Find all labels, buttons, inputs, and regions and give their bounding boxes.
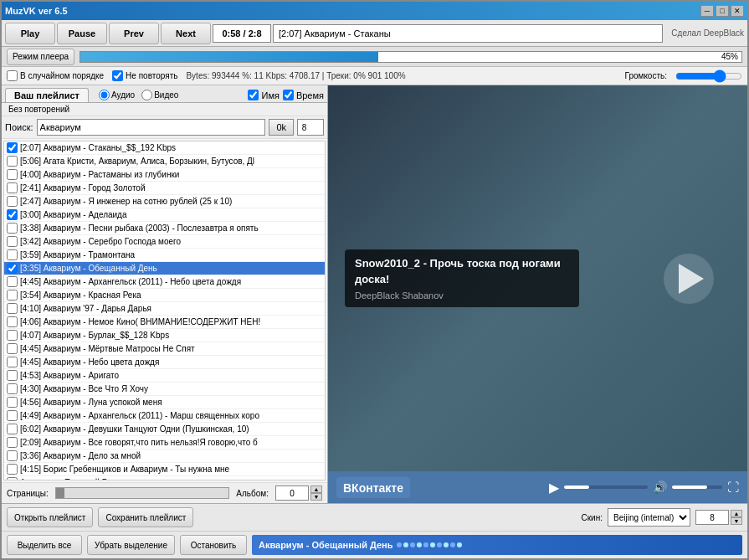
item-checkbox[interactable] (7, 330, 18, 341)
select-all-button[interactable]: Выделить все (7, 535, 82, 555)
list-item[interactable]: [3:36] Аквариум - Дело за мной (4, 450, 325, 463)
progress-bar[interactable]: 45% (80, 51, 742, 63)
item-checkbox[interactable] (7, 383, 18, 394)
list-item[interactable]: [4:10] Аквариум '97 - Дарья Дарья (4, 302, 325, 316)
album-down-button[interactable]: ▼ (310, 493, 322, 501)
list-item[interactable]: [3:59] Аквариум - Трамонтана (4, 249, 325, 262)
skin-number-input[interactable] (695, 510, 729, 525)
item-checkbox[interactable] (7, 182, 18, 193)
no-repeat-checkbox-label[interactable]: Не повторять (112, 70, 177, 81)
item-checkbox[interactable] (7, 196, 18, 207)
deselect-button[interactable]: Убрать выделение (87, 535, 175, 555)
item-checkbox[interactable] (7, 477, 18, 480)
video-radio[interactable] (141, 90, 152, 100)
random-checkbox-label[interactable]: В случайном порядке (7, 70, 104, 81)
vk-fullscreen-button[interactable]: ⛶ (727, 480, 739, 494)
search-input[interactable] (37, 119, 266, 136)
list-item[interactable]: [5:06] Агата Кристи, Аквариум, Алиса, Бо… (4, 155, 325, 168)
list-item[interactable]: [6:02] Аквариум - Девушки Танцуют Одни (… (4, 423, 325, 436)
open-playlist-button[interactable]: Открыть плейлист (7, 507, 93, 527)
search-button[interactable]: 0k (269, 119, 294, 136)
item-checkbox[interactable] (7, 397, 18, 408)
stop-button[interactable]: Остановить (180, 535, 247, 555)
list-item[interactable]: [4:45] Аквариум - Мёртвые Матросы Не Спя… (4, 342, 325, 356)
list-item[interactable]: [4:49] Аквариум - Архангельск (2011) - М… (4, 409, 325, 423)
skin-down-button[interactable]: ▼ (731, 517, 742, 525)
album-spinner-buttons: ▲ ▼ (310, 486, 322, 501)
item-checkbox[interactable] (7, 263, 18, 274)
item-checkbox[interactable] (7, 410, 18, 421)
minimize-button[interactable]: ─ (700, 5, 714, 17)
item-checkbox[interactable] (7, 156, 18, 167)
item-checkbox[interactable] (7, 142, 18, 153)
name-filter-label[interactable]: Имя (248, 90, 279, 100)
list-item[interactable]: [4:45] Аквариум - Архангельск (2011) - Н… (4, 275, 325, 289)
item-checkbox[interactable] (7, 424, 18, 434)
item-checkbox[interactable] (7, 249, 18, 260)
album-input[interactable] (275, 486, 309, 501)
item-checkbox[interactable] (7, 223, 18, 234)
list-item[interactable]: [4:06] Аквариум - Немое Кино( ВНИМАНИЕ!С… (4, 316, 325, 329)
video-radio-label[interactable]: Видео (141, 90, 178, 100)
list-item[interactable]: [4:53] Аквариум - Аригато (4, 369, 325, 383)
skin-select[interactable]: Beijing (internal) (608, 508, 690, 527)
vk-progress-bar[interactable] (564, 486, 648, 489)
list-item[interactable]: [3:42] Аквариум - Серебро Господа моего (4, 235, 325, 249)
item-checkbox[interactable] (7, 276, 18, 287)
maximize-button[interactable]: □ (716, 5, 729, 17)
close-button[interactable]: ✕ (731, 5, 744, 17)
skin-up-button[interactable]: ▲ (731, 510, 742, 517)
video-play-button[interactable] (664, 254, 714, 304)
item-checkbox[interactable] (7, 343, 18, 354)
item-checkbox[interactable] (7, 357, 18, 367)
name-filter-check[interactable] (248, 90, 259, 100)
item-checkbox[interactable] (7, 464, 18, 475)
save-playlist-button[interactable]: Сохранить плейлист (98, 507, 193, 527)
vk-volume-icon[interactable]: 🔊 (653, 480, 667, 494)
time-filter-check[interactable] (283, 90, 294, 100)
item-checkbox[interactable] (7, 370, 18, 381)
pause-button[interactable]: Pause (57, 23, 107, 44)
list-item[interactable]: [4:56] Аквариум - Луна успокой меня (4, 396, 325, 409)
play-button[interactable]: Play (5, 23, 55, 44)
list-item[interactable]: [3:00] Аквариум - Аделаида (4, 208, 325, 222)
tab-playlist[interactable]: Ваш плейлист (5, 88, 89, 102)
item-checkbox[interactable] (7, 169, 18, 180)
mode-button[interactable]: Режим плеера (7, 49, 74, 65)
list-item[interactable]: [4:30] Аквариум - Все Что Я Хочу (4, 383, 325, 396)
item-checkbox[interactable] (7, 209, 18, 220)
no-repeat-checkbox[interactable] (112, 70, 123, 81)
list-item[interactable]: [4:00] Аквариум - Растаманы из глубинки (4, 168, 325, 182)
list-item[interactable]: [2:07] Аквариум - Стаканы_$$_192 Kbps (4, 141, 325, 155)
item-checkbox[interactable] (7, 437, 18, 448)
list-item[interactable]: [2:41] Аквариум - Город Золотой (4, 182, 325, 195)
random-checkbox[interactable] (7, 70, 18, 81)
list-item[interactable]: [2:47] Аквариум - Я инженер на сотню руб… (4, 195, 325, 208)
list-item[interactable]: [3:35] Аквариум - Обещанный День (4, 262, 325, 275)
album-up-button[interactable]: ▲ (310, 486, 322, 493)
item-checkbox[interactable] (7, 450, 18, 461)
list-item[interactable]: [2:09] Аквариум - Все говорят,что пить н… (4, 436, 325, 450)
list-item[interactable]: [3:54] Аквариум - Красная Река (4, 289, 325, 302)
item-checkbox[interactable] (7, 290, 18, 301)
search-count[interactable] (297, 119, 324, 136)
progress-dots (397, 542, 462, 547)
volume-slider[interactable] (675, 70, 742, 82)
audio-radio-label[interactable]: Аудио (99, 90, 135, 100)
item-checkbox[interactable] (7, 236, 18, 247)
list-item[interactable]: [4:07] Аквариум - Бурлак_$$_128 Kbps (4, 329, 325, 342)
vk-play-button[interactable]: ▶ (549, 480, 559, 496)
next-button[interactable]: Next (161, 23, 211, 44)
item-checkbox[interactable] (7, 303, 18, 314)
time-filter-label[interactable]: Время (283, 90, 324, 100)
playlist-container[interactable]: [2:07] Аквариум - Стаканы_$$_192 Kbps [5… (3, 141, 326, 480)
pages-slider[interactable] (55, 487, 230, 499)
prev-button[interactable]: Prev (109, 23, 159, 44)
audio-radio[interactable] (99, 90, 110, 100)
list-item[interactable]: [4:15] Борис Гребенщиков и Аквариум - Ты… (4, 463, 325, 476)
vk-volume-bar[interactable] (672, 486, 722, 489)
item-checkbox[interactable] (7, 316, 18, 327)
list-item[interactable]: Аквариум - Тяжелый Рок (4, 476, 325, 480)
list-item[interactable]: [4:45] Аквариум - Небо цвета дождя (4, 356, 325, 369)
list-item[interactable]: [3:38] Аквариум - Песни рыбака (2003) - … (4, 222, 325, 235)
